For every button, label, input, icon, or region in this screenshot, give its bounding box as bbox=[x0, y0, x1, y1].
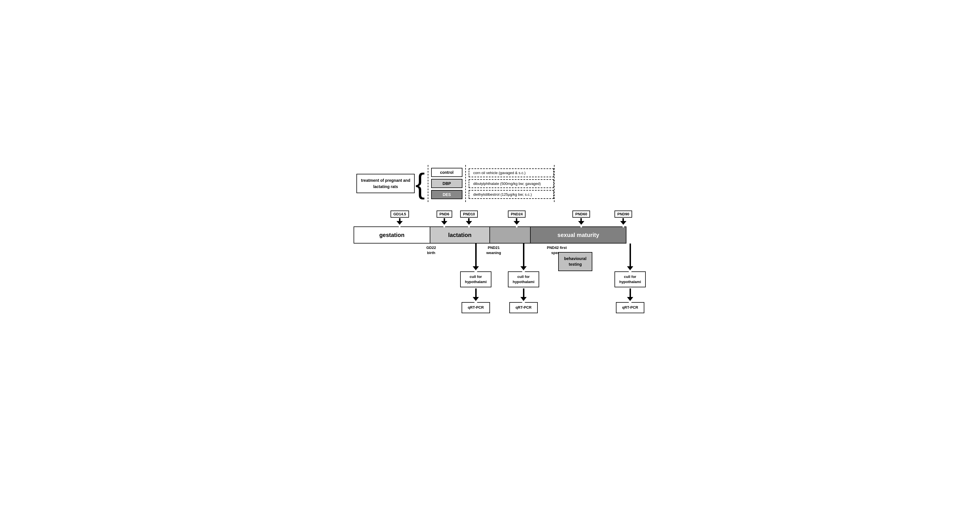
timeline-container: GD14.5 PND6 bbox=[353, 211, 627, 363]
left-bracket: { bbox=[415, 169, 425, 198]
cull-pnd24-box: cull forhypothalami bbox=[508, 271, 539, 287]
pnd24-chain: cull forhypothalami qRT-PCR bbox=[508, 244, 539, 313]
sexual-maturity-segment: sexual maturity bbox=[531, 227, 626, 243]
cull-pnd90-box: cull forhypothalami bbox=[614, 271, 646, 287]
pnd6-arrow bbox=[441, 218, 447, 225]
pnd10-label: PND10 bbox=[460, 211, 478, 218]
timepoints-above-bar: GD14.5 PND6 bbox=[353, 211, 627, 227]
pnd6-label: PND6 bbox=[437, 211, 452, 218]
gestation-segment: gestation bbox=[354, 227, 430, 243]
control-box: control bbox=[431, 168, 463, 177]
diagram: treatment of pregnant and lactating rats… bbox=[353, 165, 627, 363]
timepoint-pnd24: PND24 bbox=[508, 211, 525, 225]
timepoint-pnd10: PND10 bbox=[460, 211, 478, 225]
right-dashed-line-desc bbox=[554, 165, 555, 202]
pnd90-arrow bbox=[620, 218, 627, 225]
timepoint-pnd90: PND90 bbox=[614, 211, 632, 225]
pnd10-long-arrow bbox=[473, 244, 479, 270]
pnd24-arrow bbox=[514, 218, 520, 225]
dbp-row: DBP bbox=[431, 179, 463, 188]
birth-label: GD22birth bbox=[426, 245, 436, 255]
des-box: DES bbox=[431, 190, 463, 199]
lactation-segment: lactation bbox=[430, 227, 490, 243]
pnd90-chain: cull forhypothalami qRT-PCR bbox=[614, 244, 646, 313]
timepoint-pnd6: PND6 bbox=[437, 211, 452, 225]
gd145-arrow bbox=[396, 218, 403, 225]
pnd10-arrow bbox=[466, 218, 472, 225]
treatment-descriptions: corn oil vehicle (gavaged & s.c.) dibuty… bbox=[469, 165, 554, 202]
groups-area: control DBP DES bbox=[425, 165, 555, 202]
des-treatment: diethylstilbestrol (125μg/kg bw; s.c.) bbox=[469, 190, 554, 199]
timeline-bar: gestation lactation sexual maturity bbox=[353, 227, 627, 244]
pnd90-long-arrow bbox=[627, 244, 633, 270]
pnd24-label: PND24 bbox=[508, 211, 525, 218]
timepoint-pnd60: PND60 bbox=[573, 211, 590, 225]
pnd90-label: PND90 bbox=[614, 211, 632, 218]
treatment-section: treatment of pregnant and lactating rats… bbox=[353, 165, 627, 202]
pnd90-cull-arrow bbox=[627, 289, 633, 301]
left-dashed-line bbox=[428, 165, 428, 202]
dbp-treatment: dibutylphthalate (500mg/kg bw; gavaged) bbox=[469, 179, 554, 188]
dbp-box: DBP bbox=[431, 179, 463, 188]
below-events-area: GD22birth PND21weaning PND42 firstsperm bbox=[353, 244, 627, 363]
pnd60-label: PND60 bbox=[573, 211, 590, 218]
pnd24-long-arrow bbox=[520, 244, 527, 270]
behavioural-box: behaviouraltesting bbox=[558, 252, 592, 271]
control-treatment: corn oil vehicle (gavaged & s.c.) bbox=[469, 168, 554, 177]
cull-pnd10-box: cull forhypothalami bbox=[460, 271, 492, 287]
des-row: DES bbox=[431, 190, 463, 199]
pnd60-arrow bbox=[578, 218, 584, 225]
control-row: control bbox=[431, 168, 463, 177]
treatment-label: treatment of pregnant and lactating rats bbox=[356, 174, 415, 193]
lactation-late-segment bbox=[490, 227, 531, 243]
right-dashed-line-groups bbox=[465, 165, 466, 202]
timepoint-gd145: GD14.5 bbox=[391, 211, 409, 225]
pnd10-cull-arrow bbox=[473, 289, 479, 301]
gd145-label: GD14.5 bbox=[391, 211, 409, 218]
behavioural-event: behaviouraltesting bbox=[558, 252, 592, 271]
group-list: control DBP DES bbox=[431, 165, 463, 202]
birth-event: GD22birth bbox=[426, 244, 436, 255]
pnd24-cull-arrow bbox=[520, 289, 527, 301]
pnd10-chain: cull forhypothalami qRT-PCR bbox=[460, 244, 492, 313]
